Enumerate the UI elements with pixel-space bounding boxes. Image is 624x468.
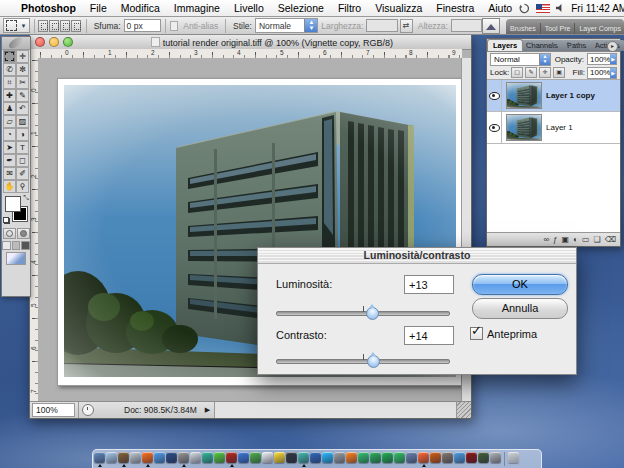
tool-gradient-icon[interactable]: ▨ bbox=[16, 115, 29, 128]
default-colors-icon[interactable] bbox=[3, 217, 10, 224]
visibility-cell[interactable] bbox=[487, 80, 502, 111]
tool-slice-icon[interactable]: ✂ bbox=[16, 76, 29, 89]
dock-app-icon[interactable] bbox=[394, 452, 405, 463]
dock-app-icon[interactable] bbox=[418, 452, 429, 463]
tool-hand-icon[interactable]: ✋ bbox=[3, 180, 16, 193]
feather-input[interactable]: 0 px bbox=[124, 19, 162, 32]
dock-app-icon[interactable] bbox=[130, 452, 141, 463]
dock-app-icon[interactable] bbox=[310, 452, 321, 463]
dock-app-icon[interactable] bbox=[286, 452, 297, 463]
dock-app-icon[interactable] bbox=[370, 452, 381, 463]
dock-app-icon[interactable] bbox=[334, 452, 345, 463]
tool-lasso-icon[interactable]: ✆ bbox=[3, 63, 16, 76]
fullscreen-button[interactable] bbox=[21, 241, 30, 250]
tool-rectangular-marquee-icon[interactable] bbox=[3, 50, 16, 63]
tool-pen-icon[interactable]: ✒ bbox=[3, 154, 16, 167]
style-popup[interactable]: Normale ▲▼ bbox=[255, 18, 318, 33]
foreground-color-swatch[interactable] bbox=[5, 196, 21, 212]
dock-app-icon[interactable] bbox=[274, 452, 285, 463]
keyboard-flag-icon[interactable] bbox=[536, 4, 550, 13]
delete-layer-icon[interactable]: ⌫ bbox=[605, 235, 616, 245]
layer-style-icon[interactable]: ƒ bbox=[553, 235, 557, 245]
intersect-selection-button[interactable] bbox=[71, 20, 81, 32]
dock-app-icon[interactable] bbox=[238, 452, 249, 463]
dock-app-icon[interactable] bbox=[478, 452, 489, 463]
tool-eraser-icon[interactable]: ▱ bbox=[3, 115, 16, 128]
dock-app-icon[interactable] bbox=[190, 452, 201, 463]
layer-mask-icon[interactable]: ▣ bbox=[562, 235, 570, 245]
zoom-level-field[interactable]: 100% bbox=[32, 403, 75, 417]
subtract-selection-button[interactable] bbox=[60, 20, 70, 32]
menu-clock[interactable]: Fri 11:42 AM bbox=[571, 3, 624, 14]
well-tab-brushes[interactable]: Brushes bbox=[506, 23, 541, 34]
contrast-input[interactable]: +14 bbox=[404, 326, 454, 345]
well-tab-layer-comps[interactable]: Layer Comps bbox=[575, 23, 624, 34]
dock-app-icon[interactable] bbox=[94, 452, 105, 463]
sync-icon[interactable] bbox=[519, 3, 530, 14]
add-selection-button[interactable] bbox=[49, 20, 59, 32]
dock-trash-icon[interactable] bbox=[508, 452, 519, 463]
visibility-cell[interactable] bbox=[487, 112, 502, 143]
fullscreen-menubar-button[interactable] bbox=[12, 241, 21, 250]
dock-app-icon[interactable] bbox=[322, 452, 333, 463]
contrast-slider-thumb[interactable] bbox=[367, 355, 380, 368]
tool-move-icon[interactable]: ✛ bbox=[16, 50, 29, 63]
minimize-button[interactable] bbox=[49, 37, 59, 47]
dock-app-icon[interactable] bbox=[166, 452, 177, 463]
file-browser-button[interactable] bbox=[482, 18, 500, 34]
dock-app-icon[interactable] bbox=[298, 452, 309, 463]
tool-history-brush-icon[interactable]: ↶ bbox=[16, 102, 29, 115]
horizontal-scrollbar[interactable] bbox=[214, 402, 456, 418]
brightness-input[interactable]: +13 bbox=[404, 275, 454, 294]
menu-finestra[interactable]: Finestra bbox=[429, 2, 481, 14]
dock-app-icon[interactable] bbox=[106, 452, 117, 463]
dock-app-icon[interactable] bbox=[382, 452, 393, 463]
fill-field[interactable]: 100% ▶ bbox=[587, 67, 617, 79]
ok-button[interactable]: OK bbox=[472, 274, 568, 295]
dock-app-icon[interactable] bbox=[262, 452, 273, 463]
status-menu-arrow-icon[interactable]: ▶ bbox=[205, 406, 210, 414]
antialias-checkbox[interactable] bbox=[170, 21, 178, 31]
link-layers-icon[interactable]: ∞ bbox=[543, 235, 549, 245]
tool-path-selection-icon[interactable]: ➤ bbox=[3, 141, 16, 154]
tool-notes-icon[interactable]: ✉ bbox=[3, 167, 16, 180]
menu-aiuto[interactable]: Aiuto bbox=[481, 2, 519, 14]
dock-app-icon[interactable] bbox=[442, 452, 453, 463]
layer-thumbnail[interactable] bbox=[506, 82, 542, 109]
tool-zoom-icon[interactable]: ⚲ bbox=[16, 180, 29, 193]
cancel-button[interactable]: Annulla bbox=[472, 298, 568, 319]
layer-name[interactable]: Layer 1 copy bbox=[546, 91, 595, 100]
dock-app-icon[interactable] bbox=[466, 452, 477, 463]
tool-magic-wand-icon[interactable]: ✼ bbox=[16, 63, 29, 76]
dock-app-icon[interactable] bbox=[226, 452, 237, 463]
dock-app-icon[interactable] bbox=[358, 452, 369, 463]
dock-app-icon[interactable] bbox=[142, 452, 153, 463]
dock-app-icon[interactable] bbox=[346, 452, 357, 463]
opacity-field[interactable]: 100% ▶ bbox=[587, 53, 617, 65]
swap-dimensions-icon[interactable]: ⇄ bbox=[400, 19, 413, 33]
menu-filtro[interactable]: Filtro bbox=[331, 2, 368, 14]
adjustment-layer-icon[interactable]: ◐ bbox=[573, 235, 578, 245]
layer-row[interactable]: Layer 1 bbox=[487, 112, 620, 144]
tool-brush-icon[interactable]: ✎ bbox=[16, 89, 29, 102]
palette-menu-icon[interactable]: ▸ bbox=[607, 41, 618, 52]
brightness-slider[interactable] bbox=[276, 304, 450, 320]
dock-app-icon[interactable] bbox=[118, 452, 129, 463]
tool-dodge-icon[interactable]: ◑ bbox=[16, 128, 29, 141]
dock-app-icon[interactable] bbox=[490, 452, 501, 463]
tool-clone-stamp-icon[interactable]: ♟ bbox=[3, 102, 16, 115]
tab-paths[interactable]: Paths bbox=[561, 40, 593, 51]
tool-blur-icon[interactable]: ◔ bbox=[3, 128, 16, 141]
height-input[interactable] bbox=[451, 19, 482, 32]
dock-app-icon[interactable] bbox=[202, 452, 213, 463]
new-selection-button[interactable] bbox=[38, 20, 48, 32]
lock-button-3-icon[interactable]: ▣ bbox=[553, 67, 565, 78]
tool-shape-icon[interactable]: ◻ bbox=[16, 154, 29, 167]
menu-photoshop[interactable]: Photoshop bbox=[14, 2, 83, 14]
menu-selezione[interactable]: Selezione bbox=[271, 2, 331, 14]
menu-file[interactable]: File bbox=[83, 2, 114, 14]
menu-immagine[interactable]: Immagine bbox=[167, 2, 227, 14]
standard-screen-button[interactable] bbox=[2, 241, 11, 250]
close-button[interactable] bbox=[35, 37, 45, 47]
tool-eyedropper-icon[interactable]: ✐ bbox=[16, 167, 29, 180]
